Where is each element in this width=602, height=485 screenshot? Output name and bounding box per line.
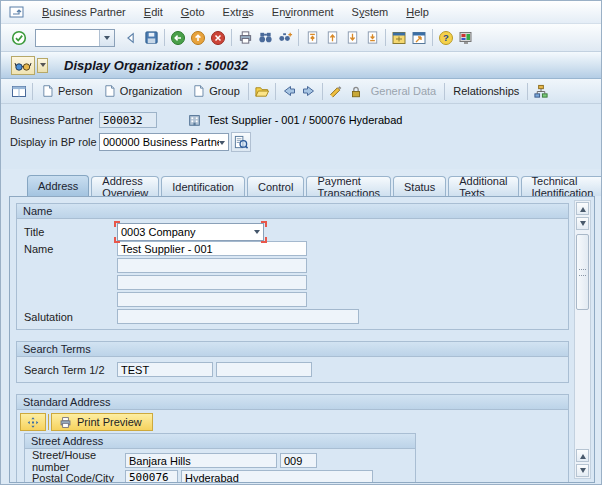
help-button[interactable]: ? bbox=[436, 28, 456, 48]
display-change-icon bbox=[328, 84, 344, 99]
salutation-label: Salutation bbox=[17, 311, 117, 323]
address-button-bar: Print Preview bbox=[20, 413, 568, 431]
next-bp-button[interactable] bbox=[299, 81, 319, 101]
page-title: Display Organization : 500032 bbox=[64, 58, 248, 73]
print-button[interactable] bbox=[235, 28, 255, 48]
menu-system[interactable]: System bbox=[343, 4, 398, 20]
name-field-4[interactable] bbox=[117, 292, 307, 307]
tab-address-overview[interactable]: Address Overview bbox=[91, 176, 159, 196]
command-field[interactable] bbox=[35, 29, 115, 47]
nav-exit-button[interactable] bbox=[188, 28, 208, 48]
menu-goto[interactable]: Goto bbox=[172, 4, 214, 20]
scroll-page-down-button[interactable] bbox=[576, 464, 589, 477]
menu-edit[interactable]: Edit bbox=[135, 4, 172, 20]
thumb-grip bbox=[579, 269, 586, 276]
org-chart-icon bbox=[533, 84, 549, 99]
new-session-button[interactable] bbox=[389, 28, 409, 48]
person-button-label: Person bbox=[58, 85, 93, 97]
address-move-button[interactable] bbox=[20, 413, 46, 431]
bp-relationships-overview-button[interactable] bbox=[531, 81, 551, 101]
tab-strip: Address Address Overview Identification … bbox=[9, 169, 593, 196]
scrollbar-track[interactable] bbox=[576, 232, 589, 447]
enter-check-icon bbox=[11, 30, 27, 46]
find-button[interactable] bbox=[255, 28, 275, 48]
tab-address[interactable]: Address bbox=[27, 175, 89, 196]
page-first-button[interactable] bbox=[302, 28, 322, 48]
general-data-label: General Data bbox=[371, 85, 436, 97]
page-down-icon bbox=[345, 30, 360, 45]
nav-exit-icon bbox=[190, 30, 206, 46]
menu-extras[interactable]: Extras bbox=[214, 4, 263, 20]
arrow-left-icon bbox=[281, 84, 297, 98]
tab-additional-texts[interactable]: Additional Texts bbox=[448, 176, 518, 196]
title-dropdown[interactable]: 0003 Company bbox=[117, 223, 264, 241]
window-system-icon[interactable] bbox=[9, 5, 25, 19]
scroll-page-up-button[interactable] bbox=[576, 449, 589, 462]
name-field[interactable]: Test Supplier - 001 bbox=[117, 241, 307, 256]
title-label: Title bbox=[17, 226, 117, 238]
page-last-button[interactable] bbox=[362, 28, 382, 48]
find-next-button[interactable] bbox=[275, 28, 295, 48]
enter-button[interactable] bbox=[9, 28, 29, 48]
name-row-2 bbox=[17, 257, 568, 274]
house-number-field[interactable]: 009 bbox=[280, 453, 317, 468]
scroll-down-button[interactable] bbox=[576, 217, 589, 230]
tab-technical-identification[interactable]: Technical Identification bbox=[521, 176, 602, 196]
bp-role-search-button[interactable] bbox=[231, 132, 251, 152]
title-dropdown-button[interactable] bbox=[37, 58, 48, 73]
scroll-up-button[interactable] bbox=[576, 202, 589, 215]
command-input[interactable] bbox=[36, 32, 99, 44]
command-dropdown-icon[interactable] bbox=[99, 30, 114, 46]
city-field[interactable]: Hyderabad bbox=[181, 470, 373, 482]
search-term-2-field[interactable] bbox=[216, 362, 312, 377]
search-term-1-field[interactable]: TEST bbox=[117, 362, 213, 377]
bp-role-dropdown[interactable]: 000000 Business Partner (G.. bbox=[99, 133, 229, 151]
nav-back-icon bbox=[170, 30, 186, 46]
print-preview-button[interactable]: Print Preview bbox=[51, 413, 153, 431]
tab-payment-transactions[interactable]: Payment Transactions bbox=[306, 176, 391, 196]
organization-button[interactable]: Organization bbox=[98, 82, 187, 100]
previous-bp-button[interactable] bbox=[279, 81, 299, 101]
tab-status[interactable]: Status bbox=[393, 176, 446, 196]
general-data-button[interactable]: General Data bbox=[366, 83, 441, 99]
page-down-button[interactable] bbox=[342, 28, 362, 48]
menu-help[interactable]: Help bbox=[397, 4, 438, 20]
name-field-2[interactable] bbox=[117, 258, 307, 273]
nav-cancel-button[interactable] bbox=[208, 28, 228, 48]
overview-button[interactable] bbox=[9, 81, 29, 101]
vertical-scrollbar[interactable] bbox=[574, 200, 591, 479]
lock-button[interactable] bbox=[346, 81, 366, 101]
nav-back-button[interactable] bbox=[168, 28, 188, 48]
salutation-field[interactable] bbox=[117, 309, 359, 324]
sap-gui-window: Business Partner Edit Goto Extras Enviro… bbox=[0, 0, 602, 485]
person-button[interactable]: Person bbox=[36, 82, 98, 100]
open-bp-button[interactable] bbox=[252, 81, 272, 101]
street-field[interactable]: Banjara Hills bbox=[125, 453, 277, 468]
bp-display-mode-button[interactable] bbox=[11, 56, 35, 75]
customize-layout-button[interactable] bbox=[456, 28, 476, 48]
business-partner-field[interactable]: 500032 bbox=[99, 112, 157, 128]
name-row-3 bbox=[17, 274, 568, 291]
relationships-button[interactable]: Relationships bbox=[448, 83, 524, 99]
name-field-3[interactable] bbox=[117, 275, 307, 290]
name-row: Name Test Supplier - 001 bbox=[17, 240, 568, 257]
create-shortcut-button[interactable] bbox=[409, 28, 429, 48]
scrollbar-thumb[interactable] bbox=[576, 234, 589, 310]
menu-environment[interactable]: Environment bbox=[263, 4, 343, 20]
document-icon bbox=[41, 84, 54, 98]
bp-role-value: 000000 Business Partner (G.. bbox=[103, 136, 219, 148]
postal-code-field[interactable]: 500076 bbox=[125, 470, 178, 482]
save-button[interactable] bbox=[141, 28, 161, 48]
print-preview-label: Print Preview bbox=[77, 416, 142, 428]
tab-control[interactable]: Control bbox=[247, 176, 304, 196]
street-address-header: Street Address bbox=[25, 434, 415, 449]
menu-business-partner[interactable]: Business Partner bbox=[33, 4, 135, 20]
tab-identification[interactable]: Identification bbox=[161, 176, 245, 196]
back-button[interactable] bbox=[121, 28, 141, 48]
page-up-button[interactable] bbox=[322, 28, 342, 48]
find-icon bbox=[258, 30, 273, 45]
lock-icon bbox=[349, 84, 363, 99]
group-button[interactable]: Group bbox=[187, 82, 245, 100]
display-change-toggle-button[interactable] bbox=[326, 81, 346, 101]
organization-building-icon bbox=[187, 113, 202, 127]
